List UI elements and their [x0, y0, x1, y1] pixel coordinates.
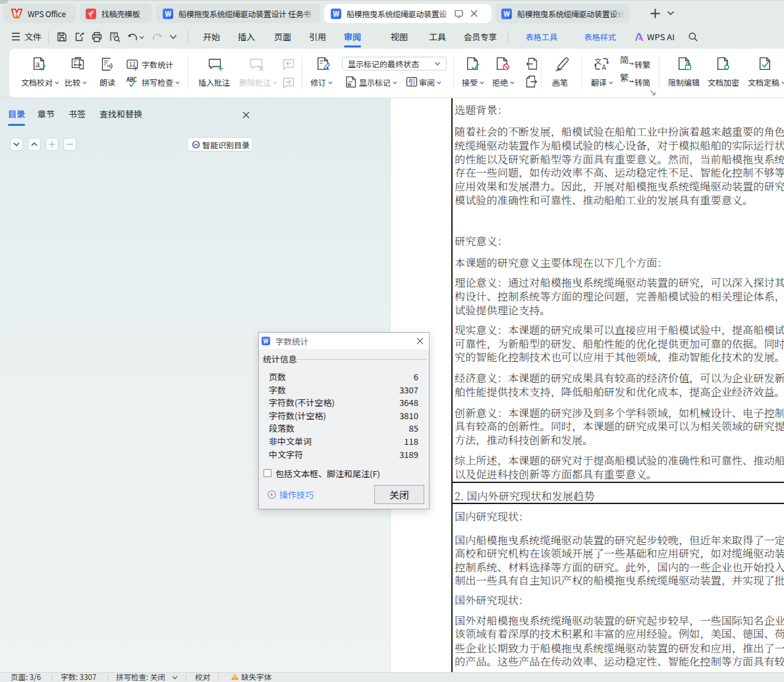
svg-text:繁: 繁	[620, 72, 629, 84]
svg-text:W: W	[264, 337, 269, 345]
svg-text:a: a	[36, 59, 40, 69]
svg-text:12: 12	[129, 59, 136, 68]
svg-text:W: W	[503, 9, 510, 18]
svg-text:ABC: ABC	[126, 76, 137, 83]
svg-text:A: A	[602, 62, 607, 71]
svg-text:W: W	[165, 9, 171, 18]
svg-text:引: 引	[408, 76, 416, 86]
svg-text:简: 简	[620, 54, 629, 66]
svg-text:W: W	[333, 9, 339, 18]
